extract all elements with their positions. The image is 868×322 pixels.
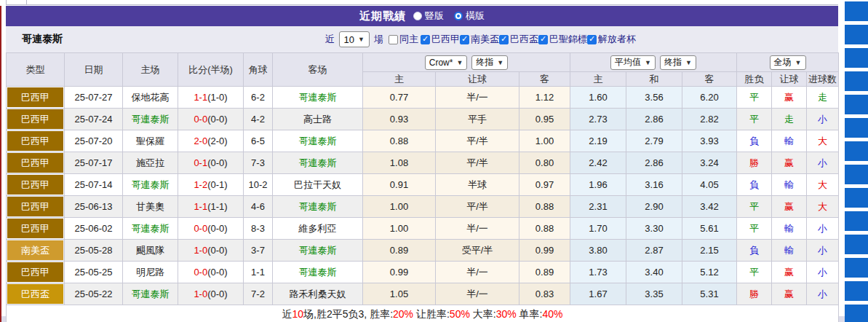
summary-stat-label: 场,胜2平5负3, 胜率:	[303, 308, 393, 320]
full-time-score: 0-0	[194, 114, 207, 125]
bookmaker-select[interactable]: Crow* ▼	[425, 55, 468, 70]
league-checkbox[interactable]: 巴聖錦標	[538, 33, 587, 46]
checkbox-checked-icon[interactable]	[587, 35, 597, 44]
col-header-away: 客场	[273, 53, 363, 87]
radio-horizontal-layout[interactable]: 橫版	[454, 9, 485, 23]
over-under-result: 小	[818, 223, 827, 234]
avg-away-value: 3.24	[700, 157, 718, 168]
radio-selected-icon[interactable]	[454, 12, 463, 20]
score-cell: 1-1(1-0)	[178, 87, 244, 109]
checkbox-checked-icon[interactable]	[499, 35, 509, 44]
avg-home-value: 3.80	[589, 245, 607, 256]
full-time-score: 1-2	[194, 179, 207, 190]
league-checkbox[interactable]: 解放者杯	[587, 33, 636, 46]
avg-draw-value: 3.35	[645, 288, 663, 299]
adjacent-panel-cell[interactable]	[845, 258, 868, 278]
adjacent-panel-cell[interactable]	[845, 25, 868, 44]
corners-cell: 1-1	[244, 262, 273, 283]
match-date-cell: 25-06-02	[65, 218, 123, 240]
league-checkbox[interactable]: 巴西甲	[421, 33, 460, 46]
corners-cell: 10-2	[244, 174, 273, 196]
col-header-avg-away: 客	[682, 72, 737, 87]
handicap-cell: 半球	[436, 174, 519, 196]
adjacent-panel-cell[interactable]	[845, 141, 868, 161]
adjacent-panel-cell[interactable]	[845, 95, 868, 114]
away-team-name: 維多利亞	[299, 223, 337, 234]
match-date: 25-07-24	[74, 114, 112, 125]
home-team-cell: 颶風隊	[123, 240, 178, 262]
league-checkbox[interactable]: 巴西盃	[499, 33, 538, 46]
avg-draw-value: 3.40	[645, 267, 663, 278]
corners-cell: 6-5	[244, 130, 273, 152]
league-badge: 巴西甲	[7, 262, 63, 282]
adjacent-panel-cell[interactable]	[845, 118, 868, 138]
match-date: 25-07-20	[74, 136, 112, 146]
avg-draw-value: 3.16	[645, 179, 663, 190]
adjacent-panel-cell[interactable]	[845, 235, 868, 254]
handicap-cell: 平手	[436, 109, 519, 130]
adjacent-panel-blue-cells[interactable]	[845, 0, 868, 322]
score-cell: 0-0(0-0)	[178, 109, 244, 130]
win-draw-loss-result: 負	[749, 245, 759, 256]
avg-draw-cell: 3.40	[626, 262, 682, 283]
adjacent-panel-cell[interactable]	[845, 211, 868, 231]
handicap-value: 半/一	[466, 92, 488, 103]
handicap-result-cell: 赢	[772, 262, 807, 283]
match-date-cell: 25-07-14	[65, 174, 123, 196]
recent-count-select[interactable]: 10 ▼	[339, 31, 370, 47]
checkbox-checked-icon[interactable]	[538, 35, 548, 44]
average-source-select[interactable]: 平均值 ▼	[610, 55, 656, 70]
corners-value: 1-1	[251, 267, 265, 278]
checkbox-checked-icon[interactable]	[460, 35, 469, 44]
avg-away-cell: 5.61	[682, 218, 737, 240]
handicap-result: 輸	[784, 179, 794, 190]
odds-away-value: 0.83	[535, 288, 554, 299]
goals-result-cell: 小	[807, 283, 839, 305]
same-home-checkbox[interactable]: 同主	[389, 33, 418, 46]
crow-stage-select[interactable]: 终指 ▼	[471, 55, 508, 70]
match-date: 25-07-27	[74, 92, 112, 103]
avg-away-cell: 5.12	[682, 262, 737, 283]
avg-draw-cell: 2.79	[626, 130, 682, 152]
win-draw-loss-result: 勝	[749, 288, 759, 299]
avg-draw-value: 2.90	[645, 201, 663, 212]
scope-select[interactable]: 全场 ▼	[770, 55, 806, 70]
over-under-result: 大	[818, 136, 827, 146]
adjacent-panel-cell[interactable]	[845, 305, 868, 322]
col-header-crow-home: 主	[363, 72, 436, 87]
corners-value: 10-2	[248, 179, 267, 190]
adjacent-panel-cell[interactable]	[845, 1, 868, 21]
avg-away-value: 4.05	[700, 179, 718, 190]
radio-vertical-layout[interactable]: 豎版	[413, 9, 444, 23]
league-checkbox-group: 巴西甲南美盃巴西盃巴聖錦標解放者杯	[421, 33, 636, 46]
over-under-result: 小	[818, 157, 827, 168]
handicap-result: 輸	[784, 223, 794, 234]
league-badge-cell: 巴西盃	[7, 283, 65, 305]
checkbox-checked-icon[interactable]	[421, 35, 430, 44]
summary-stat-label: 单率:	[517, 308, 543, 320]
league-checkbox[interactable]: 南美盃	[460, 33, 499, 46]
goals-result-cell: 小	[807, 240, 839, 262]
corners-cell: 7-3	[244, 152, 273, 174]
league-checkbox-label: 巴西盃	[510, 33, 538, 46]
adjacent-panel-cell[interactable]	[845, 48, 868, 68]
adjacent-panel-cell[interactable]	[845, 188, 868, 208]
average-stage-select[interactable]: 终指 ▼	[660, 55, 696, 70]
adjacent-panel-cell[interactable]	[845, 165, 868, 184]
away-team-cell: 哥連泰斯	[273, 262, 363, 283]
league-badge-cell: 巴西甲	[7, 196, 65, 218]
corners-cell: 4-6	[244, 196, 273, 218]
odds-away-cell: 0.88	[519, 218, 570, 240]
checkbox-unchecked-icon[interactable]	[389, 35, 398, 44]
table-row: 巴西甲25-07-27保地花高1-1(1-0)6-2哥連泰斯0.77半/一1.1…	[7, 87, 839, 109]
avg-draw-value: 3.56	[645, 92, 663, 103]
corners-cell: 6-2	[244, 87, 273, 109]
adjacent-panel-cell[interactable]	[845, 281, 868, 301]
avg-home-value: 1.67	[589, 288, 607, 299]
handicap-value: 平/半	[466, 136, 488, 146]
adjacent-panel-cell[interactable]	[845, 71, 868, 91]
radio-unselected-icon[interactable]	[413, 12, 422, 20]
home-team-name: 颶風隊	[136, 245, 164, 256]
league-badge: 巴西甲	[7, 175, 63, 195]
handicap-result: 輸	[784, 136, 794, 146]
